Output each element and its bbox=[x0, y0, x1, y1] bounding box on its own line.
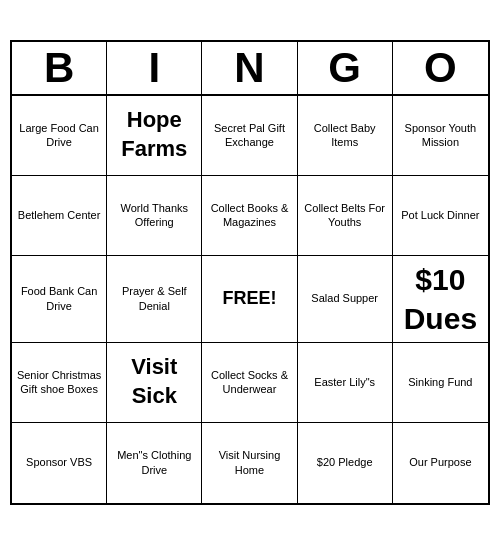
header-letter: G bbox=[298, 42, 393, 94]
bingo-cell: World Thanks Offering bbox=[107, 176, 202, 256]
header-letter: B bbox=[12, 42, 107, 94]
bingo-cell: Collect Baby Items bbox=[298, 96, 393, 176]
bingo-cell: Collect Belts For Youths bbox=[298, 176, 393, 256]
bingo-cell: Sponsor Youth Mission bbox=[393, 96, 488, 176]
bingo-cell: Secret Pal Gift Exchange bbox=[202, 96, 297, 176]
bingo-cell: Food Bank Can Drive bbox=[12, 256, 107, 343]
bingo-cell: Men"s Clothing Drive bbox=[107, 423, 202, 503]
bingo-cell: Collect Books & Magazines bbox=[202, 176, 297, 256]
bingo-cell: Our Purpose bbox=[393, 423, 488, 503]
bingo-grid: Large Food Can DriveHope FarmsSecret Pal… bbox=[12, 96, 488, 503]
bingo-cell: Sinking Fund bbox=[393, 343, 488, 423]
bingo-cell: Visit Nursing Home bbox=[202, 423, 297, 503]
bingo-cell: Betlehem Center bbox=[12, 176, 107, 256]
bingo-cell: FREE! bbox=[202, 256, 297, 343]
bingo-header: BINGO bbox=[12, 42, 488, 96]
bingo-cell: Large Food Can Drive bbox=[12, 96, 107, 176]
bingo-cell: Hope Farms bbox=[107, 96, 202, 176]
bingo-card: BINGO Large Food Can DriveHope FarmsSecr… bbox=[10, 40, 490, 505]
header-letter: N bbox=[202, 42, 297, 94]
header-letter: I bbox=[107, 42, 202, 94]
bingo-cell: Easter Lily"s bbox=[298, 343, 393, 423]
bingo-cell: Salad Supper bbox=[298, 256, 393, 343]
bingo-cell: Sponsor VBS bbox=[12, 423, 107, 503]
bingo-cell: $20 Pledge bbox=[298, 423, 393, 503]
bingo-cell: Prayer & Self Denial bbox=[107, 256, 202, 343]
header-letter: O bbox=[393, 42, 488, 94]
bingo-cell: Senior Christmas Gift shoe Boxes bbox=[12, 343, 107, 423]
bingo-cell: $10 Dues bbox=[393, 256, 488, 343]
bingo-cell: Visit Sick bbox=[107, 343, 202, 423]
bingo-cell: Pot Luck Dinner bbox=[393, 176, 488, 256]
bingo-cell: Collect Socks & Underwear bbox=[202, 343, 297, 423]
